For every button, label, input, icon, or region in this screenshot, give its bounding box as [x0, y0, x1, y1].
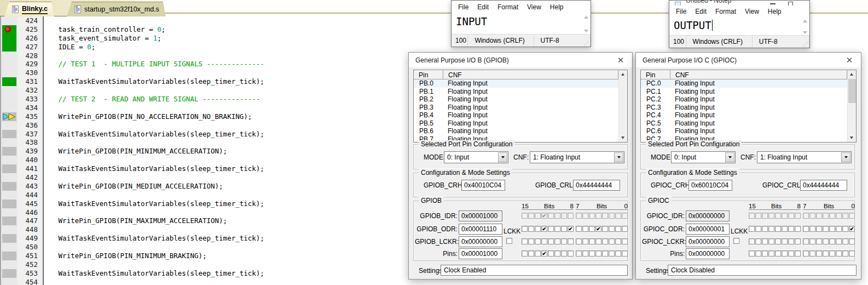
pin-row-PC.2[interactable]: PC.2Floating Input: [641, 95, 847, 104]
menu-view[interactable]: View: [740, 8, 763, 15]
bit-checkbox-10[interactable]: [554, 226, 560, 232]
bit-checkbox-13[interactable]: [762, 238, 768, 244]
bit-checkbox-7[interactable]: [576, 238, 582, 244]
bit-checkbox-2[interactable]: [836, 250, 842, 256]
gutter-margin[interactable]: [1, 182, 18, 191]
gutter-margin[interactable]: [1, 69, 18, 77]
bit-checkbox-6[interactable]: [809, 250, 815, 256]
register-field-GPIOB_LCKR[interactable]: 0x00000000: [459, 236, 502, 247]
bit-checkbox-3[interactable]: [829, 250, 835, 256]
bit-checkbox-8[interactable]: [795, 238, 801, 244]
pin-row-PB.5[interactable]: PB.5Floating Input: [414, 119, 618, 128]
menu-file[interactable]: File: [672, 8, 691, 15]
bit-checkbox-9[interactable]: [561, 226, 567, 232]
resize-grip[interactable]: ⋰: [803, 42, 808, 47]
bit-checkbox-15[interactable]: [749, 226, 755, 232]
bit-checkbox-9[interactable]: [561, 250, 567, 256]
code-text[interactable]: [43, 191, 408, 200]
bit-checkbox-14[interactable]: [755, 226, 761, 232]
scroll-up-icon[interactable]: [850, 73, 853, 76]
chevron-down-icon[interactable]: [841, 152, 850, 162]
column-header-pin[interactable]: Pin: [414, 70, 443, 79]
bit-checkbox-3[interactable]: [829, 238, 835, 244]
bit-checkbox-11[interactable]: [775, 238, 781, 244]
pin-row-PC.1[interactable]: PC.1Floating Input: [641, 88, 847, 96]
code-text[interactable]: WaitTaskEventSimulatorVariables(sleep_ti…: [43, 77, 408, 86]
code-text[interactable]: IDLE = 0;: [43, 43, 408, 52]
bit-checkbox-8[interactable]: ✔: [568, 226, 574, 232]
pin-row-PC.3[interactable]: PC.3Floating Input: [641, 104, 847, 112]
register-field-GPIOB_ODR[interactable]: 0x00001110: [459, 224, 502, 235]
bit-checkbox-0[interactable]: [622, 226, 628, 232]
minimize-icon[interactable]: [770, 3, 776, 4]
close-icon[interactable]: ✕: [609, 53, 632, 67]
notepad-text-area[interactable]: INPUT: [452, 14, 591, 35]
settings-field[interactable]: Clock Disabled: [668, 265, 857, 276]
bit-checkbox-13[interactable]: [535, 238, 541, 244]
gutter-margin[interactable]: [1, 200, 18, 208]
bit-checkbox-8[interactable]: [568, 238, 574, 244]
code-text[interactable]: WritePin_GPIOB(PIN_NO_ACCELERATION_NO_BR…: [43, 112, 408, 121]
gutter-margin[interactable]: [1, 234, 18, 243]
bit-checkbox-5[interactable]: [816, 226, 822, 232]
bit-checkbox-12[interactable]: [768, 250, 774, 256]
code-text[interactable]: [43, 138, 408, 147]
gutter-margin[interactable]: [1, 138, 18, 147]
pin-row-PC.5[interactable]: PC.5Floating Input: [641, 119, 847, 128]
bit-checkbox-4[interactable]: [595, 250, 601, 256]
gutter-margin[interactable]: [1, 16, 18, 25]
bit-checkbox-4[interactable]: [595, 238, 601, 244]
close-icon[interactable]: ✕: [838, 53, 861, 67]
settings-field[interactable]: Clock Enabled: [441, 265, 628, 276]
scroll-down-icon[interactable]: [803, 31, 807, 34]
code-text[interactable]: [43, 52, 408, 60]
bit-checkbox-6[interactable]: [809, 238, 815, 244]
pin-list[interactable]: Pin CNF PC.0Floating InputPC.1Floating I…: [640, 70, 857, 142]
column-header-cnf[interactable]: CNF: [670, 70, 847, 79]
gutter-margin[interactable]: [1, 225, 18, 234]
bit-checkbox-0[interactable]: [622, 250, 628, 256]
code-text[interactable]: WaitTaskEventSimulatorVariables(sleep_ti…: [43, 200, 408, 208]
chevron-down-icon[interactable]: [614, 152, 623, 162]
gutter-margin[interactable]: [1, 130, 18, 139]
bit-checkbox-7[interactable]: [576, 226, 582, 232]
lckk-checkbox[interactable]: [506, 238, 512, 244]
code-text[interactable]: [43, 278, 408, 285]
bit-checkbox-11[interactable]: [548, 226, 554, 232]
bit-checkbox-6[interactable]: [582, 238, 588, 244]
code-text[interactable]: [43, 121, 408, 130]
gutter-margin[interactable]: [1, 216, 18, 225]
code-text[interactable]: WaitTaskEventSimulatorVariables(sleep_ti…: [43, 164, 408, 173]
gutter-margin[interactable]: [1, 112, 18, 121]
bit-checkbox-12[interactable]: [768, 226, 774, 232]
bit-checkbox-6[interactable]: [582, 226, 588, 232]
scrollbar[interactable]: [618, 70, 627, 142]
bit-checkbox-10[interactable]: [782, 250, 788, 256]
bit-checkbox-1[interactable]: [615, 226, 621, 232]
column-header-cnf[interactable]: CNF: [443, 70, 618, 79]
code-text[interactable]: [43, 243, 408, 252]
code-text[interactable]: WaitTaskEventSimulatorVariables(sleep_ti…: [43, 130, 408, 139]
maximize-icon[interactable]: [788, 2, 793, 5]
bit-checkbox-1[interactable]: [615, 238, 621, 244]
menu-file[interactable]: File: [454, 3, 473, 11]
menu-help[interactable]: Help: [763, 8, 786, 15]
bit-checkbox-14[interactable]: [528, 226, 534, 232]
code-text[interactable]: task_event_simulator = 1;: [43, 34, 408, 43]
bit-checkbox-12[interactable]: ✔: [541, 226, 547, 232]
crh-field[interactable]: 0x40010C04: [461, 180, 505, 191]
gutter-margin[interactable]: [1, 43, 18, 52]
code-text[interactable]: WaitTaskEventSimulatorVariables(sleep_ti…: [43, 234, 408, 243]
gutter-margin[interactable]: [1, 156, 18, 164]
code-text[interactable]: // TEST 1 - MULTIPLE INPUT SIGNALS -----…: [43, 60, 408, 69]
gutter-margin[interactable]: [1, 243, 18, 252]
menu-format[interactable]: Format: [493, 3, 523, 11]
crl-field[interactable]: 0x44444444: [573, 180, 620, 191]
bit-checkbox-5[interactable]: [589, 238, 595, 244]
bit-checkbox-9[interactable]: [788, 238, 794, 244]
bit-checkbox-9[interactable]: [561, 238, 567, 244]
bit-checkbox-3[interactable]: [829, 226, 835, 232]
bit-checkbox-13[interactable]: [535, 250, 541, 256]
crl-field[interactable]: 0x44444444: [800, 180, 847, 191]
code-text[interactable]: [43, 16, 408, 25]
